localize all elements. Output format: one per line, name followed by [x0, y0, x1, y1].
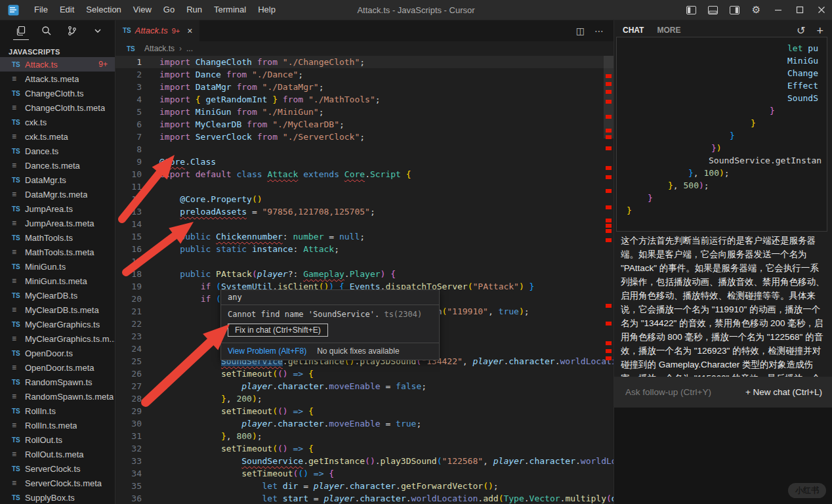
- code-line-29[interactable]: 29 setTimeout(() => {: [115, 405, 614, 417]
- search-icon[interactable]: [40, 23, 53, 39]
- tab-close-icon[interactable]: ×: [187, 26, 192, 36]
- file-name: MyClearDB.ts: [25, 291, 77, 301]
- file-item-Attack.ts[interactable]: TSAttack.ts9+: [0, 57, 115, 72]
- layout-panel-right-icon[interactable]: [724, 0, 745, 20]
- file-item-RandomSpawn.ts.meta[interactable]: ≡RandomSpawn.ts.meta: [0, 389, 115, 404]
- file-item-Dance.ts.meta[interactable]: ≡Dance.ts.meta: [0, 158, 115, 173]
- code-line-30[interactable]: 30 player.character.moveEnable = true;: [115, 417, 614, 430]
- tab-attack-ts[interactable]: TS Attack.ts 9+ ×: [115, 20, 199, 41]
- code-line-28[interactable]: 28 }, 200);: [115, 392, 614, 405]
- fix-in-chat-button[interactable]: Fix in chat (Ctrl+Shift+E): [228, 324, 328, 337]
- file-item-MathTools.ts.meta[interactable]: ≡MathTools.ts.meta: [0, 245, 115, 259]
- code-line-26[interactable]: 26 setTimeout(() => {: [115, 368, 614, 380]
- file-item-ServerClock.ts.meta[interactable]: ≡ServerClock.ts.meta: [0, 476, 115, 490]
- breadcrumb-symbol[interactable]: ...: [186, 44, 193, 53]
- code-line-27[interactable]: 27 player.character.moveEnable = false;: [115, 380, 614, 392]
- code-line-15[interactable]: 15 public Chickennumber: number = null;: [115, 230, 614, 243]
- settings-gear-icon[interactable]: ⚙: [745, 0, 767, 20]
- code-line-11[interactable]: 11: [115, 180, 614, 193]
- file-item-SupplyBox.ts[interactable]: TSSupplyBox.ts: [0, 490, 115, 504]
- code-line-34[interactable]: 34 setTimeout(() => {: [115, 467, 614, 480]
- chat-followup-input[interactable]: [624, 387, 745, 398]
- code-line-35[interactable]: 35 let dir = player.character.getForward…: [115, 480, 614, 492]
- new-chat-plus-icon[interactable]: +: [816, 25, 823, 37]
- file-item-RollIn.ts[interactable]: TSRollIn.ts: [0, 404, 115, 418]
- file-item-MiniGun.ts[interactable]: TSMiniGun.ts: [0, 259, 115, 274]
- source-control-icon[interactable]: [66, 23, 79, 39]
- file-item-RollIn.ts.meta[interactable]: ≡RollIn.ts.meta: [0, 418, 115, 432]
- typescript-file-icon: TS: [12, 321, 25, 328]
- file-name: MathTools.ts.meta: [25, 247, 94, 257]
- code-line-10[interactable]: 10export default class Attack extends Co…: [115, 168, 614, 180]
- file-item-RollOut.ts.meta[interactable]: ≡RollOut.ts.meta: [0, 447, 115, 461]
- layout-panel-bottom-icon[interactable]: [702, 0, 724, 20]
- code-line-13[interactable]: 13 preloadAssets = "97856,121708,125705"…: [115, 205, 614, 218]
- code-line-31[interactable]: 31 }, 800);: [115, 430, 614, 442]
- file-item-RandomSpawn.ts[interactable]: TSRandomSpawn.ts: [0, 375, 115, 389]
- split-editor-icon[interactable]: ◫: [576, 26, 585, 36]
- menu-terminal[interactable]: Terminal: [208, 0, 252, 20]
- code-line-3[interactable]: 3import DataMgr from "./DataMgr";: [115, 81, 614, 93]
- chat-code-line-5: SoundS: [617, 92, 827, 104]
- code-line-12[interactable]: 12 @Core.Property(): [115, 193, 614, 205]
- file-item-JumpArea.ts[interactable]: TSJumpArea.ts: [0, 201, 115, 216]
- more-actions-icon[interactable]: ⋯: [594, 26, 604, 36]
- menu-edit[interactable]: Edit: [54, 0, 80, 20]
- code-line-8[interactable]: 8: [115, 143, 614, 156]
- code-line-5[interactable]: 5import MiniGun from "./MiniGun";: [115, 106, 614, 118]
- new-chat-button[interactable]: + New chat (Ctrl+L): [745, 387, 822, 397]
- history-icon[interactable]: ↺: [797, 24, 805, 37]
- code-line-18[interactable]: 18 public PAttack(player?: Gameplay.Play…: [115, 268, 614, 280]
- file-item-MiniGun.ts.meta[interactable]: ≡MiniGun.ts.meta: [0, 274, 115, 288]
- file-item-ServerClock.ts[interactable]: TSServerClock.ts: [0, 461, 115, 476]
- explorer-icon[interactable]: [14, 23, 28, 39]
- breadcrumb[interactable]: TS Attack.ts › ...: [115, 41, 614, 56]
- code-line-4[interactable]: 4import { getRandomInt } from "./MathToo…: [115, 93, 614, 106]
- file-item-MathTools.ts[interactable]: TSMathTools.ts: [0, 230, 115, 245]
- menu-run[interactable]: Run: [180, 0, 208, 20]
- file-item-DataMgr.ts[interactable]: TSDataMgr.ts: [0, 173, 115, 187]
- code-line-32[interactable]: 32 setTimeout(() => {: [115, 442, 614, 455]
- file-item-Dance.ts[interactable]: TSDance.ts: [0, 144, 115, 158]
- file-item-ChangeCloth.ts[interactable]: TSChangeCloth.ts: [0, 86, 115, 100]
- minimize-button[interactable]: [767, 0, 789, 20]
- file-item-DataMgr.ts.meta[interactable]: ≡DataMgr.ts.meta: [0, 187, 115, 201]
- file-item-MyClearGraphics.ts[interactable]: TSMyClearGraphics.ts: [0, 317, 115, 331]
- close-button[interactable]: [810, 0, 832, 20]
- maximize-button[interactable]: [789, 0, 810, 20]
- code-line-2[interactable]: 2import Dance from "./Dance";: [115, 68, 614, 81]
- code-area[interactable]: 1import ChangeCloth from "./ChangeCloth"…: [115, 56, 614, 504]
- code-line-16[interactable]: 16 public static instance: Attack;: [115, 243, 614, 255]
- code-line-1[interactable]: 1import ChangeCloth from "./ChangeCloth"…: [115, 56, 614, 68]
- code-line-17[interactable]: 17: [115, 255, 614, 268]
- view-problem-link[interactable]: View Problem (Alt+F8): [228, 346, 306, 356]
- chevron-down-icon[interactable]: [91, 23, 104, 39]
- menu-help[interactable]: Help: [252, 0, 281, 20]
- line-number: 28: [115, 392, 142, 405]
- menu-go[interactable]: Go: [157, 0, 180, 20]
- file-item-MyClearGraphics.ts.m...[interactable]: ≡MyClearGraphics.ts.m...: [0, 331, 115, 346]
- file-item-ChangeCloth.ts.meta[interactable]: ≡ChangeCloth.ts.meta: [0, 100, 115, 115]
- code-line-7[interactable]: 7import ServerClock from "./ServerClock"…: [115, 131, 614, 143]
- chat-code-block[interactable]: let puMiniGuChangeEffectSoundS}}}})Sound…: [616, 37, 827, 232]
- file-item-JumpArea.ts.meta[interactable]: ≡JumpArea.ts.meta: [0, 216, 115, 230]
- menu-view[interactable]: View: [127, 0, 157, 20]
- error-mark: [606, 135, 612, 139]
- menu-file[interactable]: File: [28, 0, 54, 20]
- code-line-14[interactable]: 14: [115, 218, 614, 230]
- code-line-9[interactable]: 9@Core.Class: [115, 156, 614, 168]
- file-item-RollOut.ts[interactable]: TSRollOut.ts: [0, 432, 115, 447]
- menu-selection[interactable]: Selection: [80, 0, 127, 20]
- file-item-MyClearDB.ts[interactable]: TSMyClearDB.ts: [0, 288, 115, 303]
- file-item-cxk.ts.meta[interactable]: ≡cxk.ts.meta: [0, 129, 115, 144]
- layout-panel-left-icon[interactable]: [680, 0, 702, 20]
- code-line-33[interactable]: 33 SoundService.getInstance().play3DSoun…: [115, 455, 614, 467]
- code-line-36[interactable]: 36 let start = player.character.worldLoc…: [115, 492, 614, 504]
- file-item-OpenDoor.ts[interactable]: TSOpenDoor.ts: [0, 346, 115, 360]
- file-item-Attack.ts.meta[interactable]: ≡Attack.ts.meta: [0, 72, 115, 86]
- file-item-MyClearDB.ts.meta[interactable]: ≡MyClearDB.ts.meta: [0, 303, 115, 317]
- code-line-6[interactable]: 6import MyClearDB from "./MyClearDB";: [115, 118, 614, 131]
- file-item-OpenDoor.ts.meta[interactable]: ≡OpenDoor.ts.meta: [0, 360, 115, 375]
- breadcrumb-file[interactable]: Attack.ts: [144, 44, 175, 53]
- file-item-cxk.ts[interactable]: TScxk.ts: [0, 115, 115, 129]
